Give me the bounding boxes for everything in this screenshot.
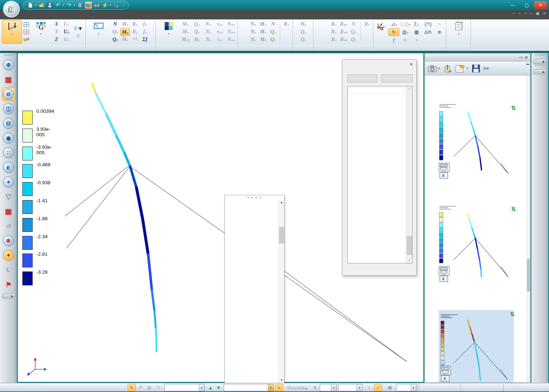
ruler-icon[interactable]: [23, 36, 30, 42]
scrollbar-thumb[interactable]: [407, 236, 412, 255]
check-question-icon[interactable]: {?!}: [422, 20, 433, 28]
app-logo[interactable]: [3, 1, 20, 18]
elements-presence-icon[interactable]: ▦: [2, 73, 15, 86]
scrollbar-thumb[interactable]: [527, 259, 530, 292]
documentation-button[interactable]: ▾: [448, 20, 469, 44]
scrollbar-thumb[interactable]: [279, 227, 284, 244]
print-settings[interactable]: A: [439, 163, 451, 179]
result-component-button[interactable]: N: [268, 21, 278, 28]
result-component-button[interactable]: Rz: [191, 36, 202, 44]
result-component-button[interactable]: My: [120, 28, 130, 36]
panel-scrollbar[interactable]: [527, 75, 530, 382]
result-component-button[interactable]: Ny: [203, 28, 214, 36]
result-component-button[interactable]: Nya: [226, 28, 237, 36]
report-preview[interactable]: ⇅ A: [436, 101, 516, 195]
result-component-button[interactable]: Nx: [249, 21, 258, 28]
report-preview[interactable]: ⇅ A: [436, 203, 516, 298]
nodes-mesh-icon[interactable]: ∷: [2, 146, 15, 159]
initial-scheme-icon[interactable]: [23, 21, 30, 28]
result-component-button[interactable]: Rx: [329, 21, 338, 28]
mosaic-isofields-deform-button[interactable]: G ▾: [31, 20, 51, 44]
result-component-button[interactable]: Rux: [339, 21, 348, 28]
animation-loop-icon[interactable]: ↻: [388, 28, 399, 36]
result-component-button[interactable]: Rz: [362, 21, 372, 28]
result-component-button[interactable]: Ruz: [339, 36, 348, 44]
pin-icon[interactable]: ⊣: [518, 55, 522, 60]
disable-all-button[interactable]: [381, 74, 413, 82]
export-report-icon[interactable]: [443, 64, 452, 73]
result-component-button[interactable]: Nza: [226, 36, 237, 44]
list-scrollbar[interactable]: ▲ ▼: [278, 200, 284, 383]
integration-steps-dialog[interactable]: ✕ ˄ ˅: [342, 59, 417, 275]
nds-schemes-button[interactable]: ▾: [2, 20, 22, 44]
toolbar-overflow-icon[interactable]: ▸▸: [526, 62, 530, 66]
right-toolbar-expander[interactable]: ▶: [533, 59, 546, 64]
result-component-button[interactable]: Qx: [191, 21, 202, 28]
result-component-button[interactable]: fz: [140, 28, 150, 36]
time-step-list[interactable]: ● ● ● ● ▲ ▼: [224, 195, 285, 383]
result-component-button[interactable]: Mx: [120, 21, 130, 28]
help-menu[interactable]: [524, 12, 527, 15]
scroll-down-icon[interactable]: ˅: [407, 258, 412, 263]
fragmentation-icon[interactable]: ▦: [2, 205, 15, 218]
dialog-close-icon[interactable]: ✕: [409, 62, 413, 67]
sum-results-icon[interactable]: Σ↓: [411, 20, 422, 28]
result-component-button[interactable]: Qy: [349, 28, 358, 36]
result-component-button[interactable]: N: [110, 21, 120, 28]
zoom-fragment-icon[interactable]: ⊖: [2, 88, 15, 101]
print-settings[interactable]: A: [439, 266, 451, 282]
result-component-button[interactable]: fy: [140, 21, 150, 28]
time-step-combo[interactable]: ▼: [224, 384, 274, 391]
result-component-button[interactable]: Qz: [268, 36, 278, 44]
zoom-update-icon[interactable]: ⊕: [434, 28, 445, 36]
result-component-button[interactable]: Ry: [329, 28, 338, 36]
dialog-scrollbar[interactable]: ˄ ˅: [406, 86, 412, 263]
result-component-button[interactable]: Ny: [299, 21, 308, 28]
minimize-button[interactable]: —: [506, 1, 519, 9]
left-toolbar-expander[interactable]: ▶: [2, 293, 15, 299]
apply-check-icon[interactable]: ✓: [365, 384, 373, 391]
horizontal-planes-filter-icon[interactable]: ⊟: [2, 117, 15, 130]
report-preview-selected[interactable]: ⇅ A: [436, 310, 516, 382]
scale-combo[interactable]: ▼: [320, 384, 337, 391]
result-component-button[interactable]: 1.2: [130, 36, 140, 44]
edit-mode-icon[interactable]: ✎: [128, 384, 136, 391]
undo-fragment-icon[interactable]: ↺: [2, 219, 15, 233]
result-component-button[interactable]: Ry: [130, 21, 140, 28]
list-drag-handle[interactable]: ● ● ● ●: [225, 195, 284, 199]
filter-funnel-icon[interactable]: ▽: [2, 190, 15, 203]
result-component-button[interactable]: Rz: [130, 28, 140, 36]
select-tool-icon[interactable]: ⊿: [388, 20, 399, 28]
comb-diagram-icon[interactable]: ▥: [400, 28, 411, 36]
step-up-icon[interactable]: ▲: [302, 384, 310, 391]
zoom-initial-icon[interactable]: ⊕: [2, 58, 15, 71]
window-menu[interactable]: [518, 12, 521, 15]
doc-close-icon[interactable]: ✕: [543, 11, 546, 15]
accept-check-icon[interactable]: ✓: [374, 384, 382, 391]
result-component-button[interactable]: Ruy: [339, 28, 348, 36]
numbering-icon[interactable]: 1.2): [400, 20, 411, 28]
combo-arrow-icon[interactable]: ▼: [268, 384, 273, 391]
flashlight-icon[interactable]: ✦: [2, 249, 15, 262]
mosaic-ax-button[interactable]: ▾: [72, 25, 84, 32]
snapshot-camera-icon[interactable]: ▼: [428, 65, 440, 72]
doc-minimize-icon[interactable]: ‒: [530, 11, 532, 15]
doc-restore-icon[interactable]: ▣: [536, 11, 539, 15]
result-component-button[interactable]: Qy: [191, 28, 202, 36]
scroll-down-icon[interactable]: ▼: [279, 377, 284, 383]
f-diagram-icon[interactable]: ƒ: [388, 36, 399, 44]
result-component-button[interactable]: Ny: [249, 28, 258, 36]
result-component-button[interactable]: Σf: [140, 36, 150, 44]
epure-mosaic-button[interactable]: ▾: [88, 20, 110, 44]
result-component-button[interactable]: Mz: [259, 36, 268, 44]
result-component-button[interactable]: Qz: [349, 36, 358, 44]
cancel-selection-icon[interactable]: ⊗: [2, 234, 15, 247]
save-report-icon[interactable]: [472, 64, 480, 73]
center-node-icon[interactable]: ◉: [2, 132, 15, 145]
result-component-button[interactable]: Nz: [203, 36, 214, 44]
toolbar-grip[interactable]: [4, 55, 13, 57]
measure-icon[interactable]: ⌖: [2, 175, 15, 189]
result-component-button[interactable]: Nx: [203, 21, 214, 28]
toolbar-grip[interactable]: [535, 55, 545, 57]
circle-disabled-icon[interactable]: ⊗: [74, 32, 82, 39]
